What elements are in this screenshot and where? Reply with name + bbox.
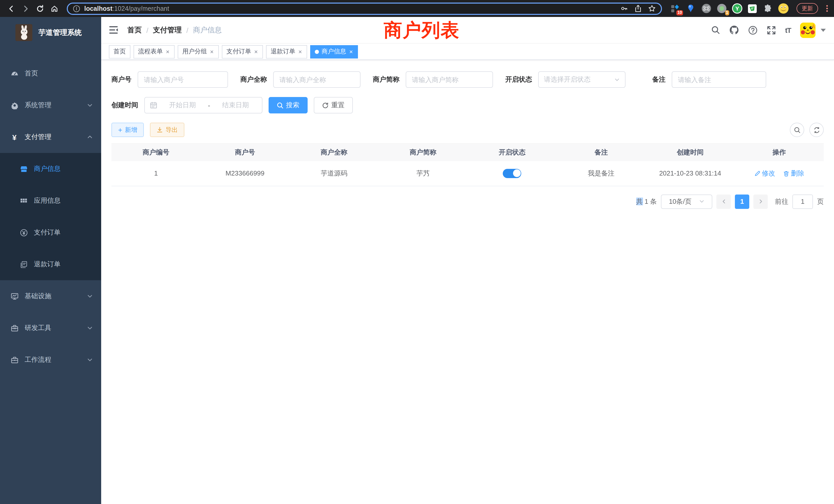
address-bar[interactable]: localhost:1024/pay/merchant bbox=[67, 2, 662, 15]
documents-icon bbox=[20, 260, 28, 268]
sidebar-item-system[interactable]: 系统管理 bbox=[0, 89, 101, 121]
breadcrumb-separator: / bbox=[186, 26, 189, 34]
reset-button[interactable]: 重置 bbox=[314, 97, 353, 113]
browser-reload-button[interactable] bbox=[34, 2, 46, 15]
merchant-short-input[interactable] bbox=[406, 71, 493, 88]
filter-label: 开启状态 bbox=[505, 75, 532, 84]
sidebar-item-pay-order[interactable]: 支付订单 bbox=[0, 216, 101, 248]
status-select[interactable]: 请选择开启状态 bbox=[538, 71, 626, 88]
extensions-area: 10 1 Y 更新 bbox=[670, 3, 829, 14]
url-text: localhost:1024/pay/merchant bbox=[84, 5, 616, 12]
extension-pin-icon[interactable] bbox=[686, 3, 696, 14]
next-page-button[interactable] bbox=[753, 194, 768, 209]
add-button[interactable]: + 新增 bbox=[111, 123, 144, 137]
sidebar-item-merchant-info[interactable]: 商户信息 bbox=[0, 153, 101, 185]
forward-icon bbox=[22, 4, 30, 13]
sidebar-toggle-button[interactable] bbox=[109, 26, 119, 35]
browser-forward-button[interactable] bbox=[20, 2, 32, 15]
status-toggle[interactable] bbox=[503, 169, 521, 178]
tab-label: 首页 bbox=[113, 47, 126, 56]
menu-fold-icon bbox=[109, 26, 119, 35]
export-button[interactable]: 导出 bbox=[150, 123, 184, 137]
app-title: 芋道管理系统 bbox=[39, 28, 82, 37]
show-search-toggle-button[interactable] bbox=[790, 123, 804, 137]
col-header-create-time: 创建时间 bbox=[646, 144, 735, 161]
bookmark-star-icon[interactable] bbox=[648, 5, 656, 12]
browser-back-button[interactable] bbox=[5, 2, 18, 15]
pagination-total: 共 1 条 bbox=[636, 197, 657, 206]
tags-view: 首页 流程表单× 用户分组× 支付订单× 退款订单× 商户信息× bbox=[101, 44, 834, 60]
chevron-left-icon bbox=[721, 199, 726, 204]
breadcrumb-payment[interactable]: 支付管理 bbox=[153, 25, 182, 35]
dashboard-icon bbox=[10, 70, 19, 77]
goto-page-input[interactable] bbox=[792, 194, 813, 209]
extension-chat-icon[interactable] bbox=[747, 3, 758, 14]
sidebar-item-app-info[interactable]: 应用信息 bbox=[0, 185, 101, 216]
prev-page-button[interactable] bbox=[717, 194, 731, 209]
share-icon[interactable] bbox=[634, 5, 642, 12]
sidebar-item-dev-tools[interactable]: 研发工具 bbox=[0, 312, 101, 344]
edit-pencil-icon bbox=[754, 170, 760, 177]
page-content: 商户号 商户全称 商户简称 开启状态 请选择开启状态 bbox=[101, 60, 834, 504]
tab-close-icon[interactable]: × bbox=[210, 48, 214, 55]
merchant-no-input[interactable] bbox=[138, 71, 228, 88]
page-size-value: 10条/页 bbox=[669, 197, 692, 206]
create-time-range-picker[interactable]: 开始日期 - 结束日期 bbox=[144, 97, 262, 113]
edit-link[interactable]: 修改 bbox=[754, 169, 775, 178]
password-key-icon[interactable] bbox=[620, 5, 628, 12]
sidebar-item-infrastructure[interactable]: 基础设施 bbox=[0, 280, 101, 312]
cell-merchant-id: 1 bbox=[111, 161, 200, 186]
page-size-select[interactable]: 10条/页 bbox=[661, 194, 712, 209]
browser-menu-button[interactable] bbox=[826, 5, 828, 12]
browser-profile-avatar[interactable] bbox=[778, 3, 788, 14]
sidebar-menu: 首页 系统管理 ¥ 支付管理 商户信息 bbox=[0, 58, 101, 376]
tab-home[interactable]: 首页 bbox=[109, 45, 130, 58]
tab-user-group[interactable]: 用户分组× bbox=[178, 45, 219, 58]
filter-merchant-no: 商户号 bbox=[111, 71, 228, 88]
breadcrumb-home[interactable]: 首页 bbox=[127, 25, 142, 35]
remark-input[interactable] bbox=[672, 71, 766, 88]
extension-y-icon[interactable]: Y bbox=[732, 3, 742, 14]
col-header-merchant-short: 商户简称 bbox=[378, 144, 467, 161]
sidebar-logo-row[interactable]: 芋道管理系统 bbox=[0, 17, 101, 48]
tab-close-icon[interactable]: × bbox=[254, 48, 258, 55]
browser-home-button[interactable] bbox=[48, 2, 61, 15]
tab-process-form[interactable]: 流程表单× bbox=[133, 45, 175, 58]
tab-close-icon[interactable]: × bbox=[166, 48, 170, 55]
fullscreen-button[interactable] bbox=[767, 25, 776, 35]
extension-proxy-icon[interactable]: 1 bbox=[717, 3, 727, 14]
font-size-button[interactable]: tT bbox=[785, 26, 791, 34]
header-search-button[interactable] bbox=[711, 26, 720, 35]
avatar-dropdown-caret[interactable] bbox=[821, 28, 826, 31]
user-avatar[interactable] bbox=[800, 22, 815, 38]
tab-close-icon[interactable]: × bbox=[349, 48, 353, 55]
delete-link[interactable]: 删除 bbox=[783, 169, 804, 178]
screen: localhost:1024/pay/merchant 10 1 bbox=[0, 0, 834, 504]
docs-help-button[interactable] bbox=[748, 25, 758, 35]
tab-refund-order[interactable]: 退款订单× bbox=[266, 45, 307, 58]
extension-command-icon[interactable] bbox=[701, 3, 711, 14]
refresh-table-button[interactable] bbox=[809, 123, 824, 137]
extensions-puzzle-icon[interactable] bbox=[763, 3, 773, 14]
search-button[interactable]: 搜索 bbox=[269, 97, 308, 113]
extension-badge: 10 bbox=[676, 10, 683, 15]
sidebar-item-home[interactable]: 首页 bbox=[0, 58, 101, 89]
sidebar-item-label: 应用信息 bbox=[34, 196, 61, 205]
browser-update-button[interactable]: 更新 bbox=[796, 3, 818, 14]
merchant-name-input[interactable] bbox=[273, 71, 360, 88]
search-button-label: 搜索 bbox=[286, 100, 300, 110]
extension-tampermonkey-icon[interactable]: 10 bbox=[670, 3, 680, 14]
svg-text:Y: Y bbox=[735, 5, 739, 12]
chevron-down-icon bbox=[87, 293, 93, 299]
page-number-1[interactable]: 1 bbox=[735, 194, 749, 209]
tab-pay-order[interactable]: 支付订单× bbox=[222, 45, 263, 58]
github-link-button[interactable] bbox=[729, 25, 739, 35]
sidebar-item-payment[interactable]: ¥ 支付管理 bbox=[0, 121, 101, 153]
sidebar-item-workflow[interactable]: 工作流程 bbox=[0, 344, 101, 376]
filter-label: 商户全称 bbox=[240, 75, 267, 84]
tab-close-icon[interactable]: × bbox=[298, 48, 303, 55]
sidebar-item-refund-order[interactable]: 退款订单 bbox=[0, 248, 101, 280]
cell-merchant-no: M233666999 bbox=[200, 161, 290, 186]
tab-merchant-info[interactable]: 商户信息× bbox=[310, 45, 358, 58]
green-y-icon: Y bbox=[731, 3, 742, 14]
